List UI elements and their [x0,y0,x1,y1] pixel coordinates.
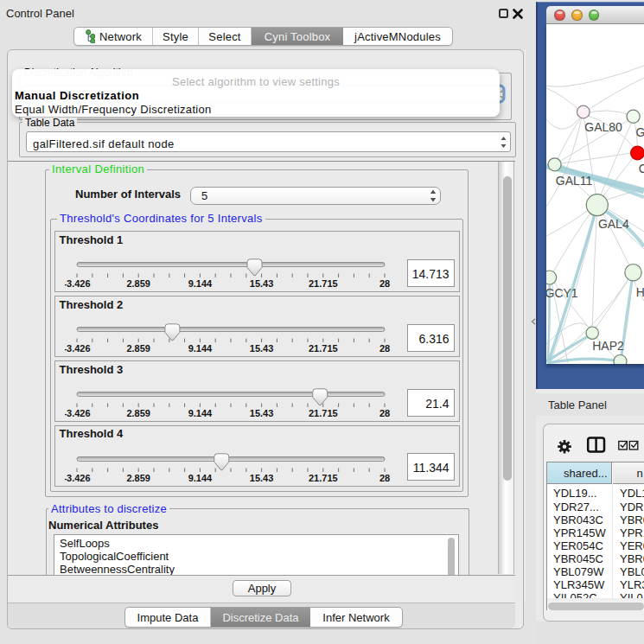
svg-text:15.43: 15.43 [250,278,274,289]
svg-text:2.859: 2.859 [126,278,150,289]
svg-text:28: 28 [379,278,390,289]
svg-text:28: 28 [379,408,390,418]
svg-text:C: C [639,162,644,175]
svg-text:9.144: 9.144 [188,343,213,354]
svg-text:GAL80: GAL80 [584,120,622,134]
svg-text:21.715: 21.715 [309,278,338,289]
svg-text:HAP2: HAP2 [592,339,624,353]
svg-text:H: H [636,285,644,299]
svg-text:21.715: 21.715 [309,343,338,354]
svg-text:28: 28 [379,343,390,354]
svg-text:-3.426: -3.426 [65,278,91,289]
svg-text:15.43: 15.43 [250,343,274,354]
svg-text:21.715: 21.715 [309,473,338,483]
svg-text:15.43: 15.43 [250,473,274,483]
svg-text:GCY1: GCY1 [546,286,578,300]
svg-text:28: 28 [379,473,390,483]
svg-text:GAL4: GAL4 [598,217,629,231]
svg-text:9.144: 9.144 [188,473,213,483]
svg-text:GAL11: GAL11 [556,174,593,188]
svg-text:9.144: 9.144 [188,408,213,418]
svg-text:2.859: 2.859 [126,473,150,483]
svg-text:15.43: 15.43 [250,408,274,418]
svg-text:-3.426: -3.426 [65,408,91,418]
svg-text:9.144: 9.144 [188,278,213,289]
svg-text:21.715: 21.715 [309,408,338,418]
svg-text:2.859: 2.859 [126,343,150,354]
svg-text:G.: G. [635,125,644,139]
svg-text:-3.426: -3.426 [65,343,91,354]
svg-text:-3.426: -3.426 [65,473,91,483]
svg-text:2.859: 2.859 [126,408,150,418]
